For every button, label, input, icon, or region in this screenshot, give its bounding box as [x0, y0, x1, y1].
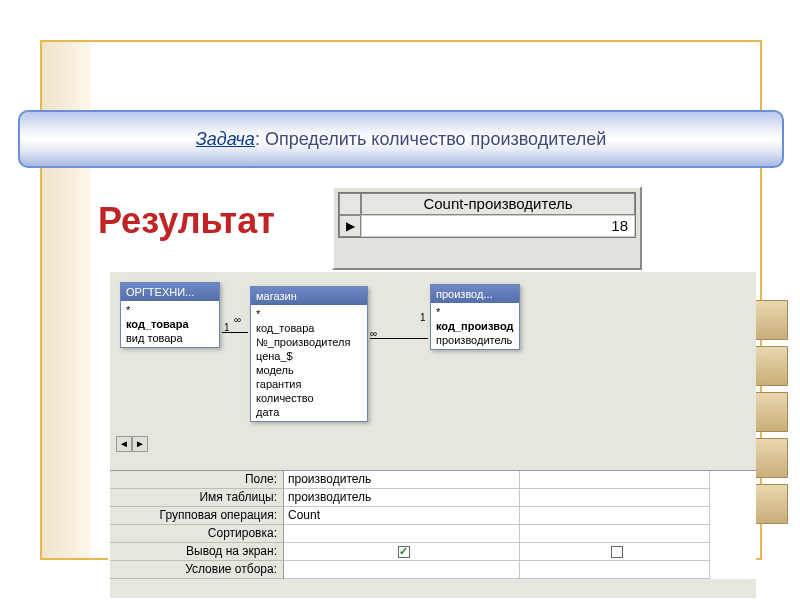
horizontal-scroll[interactable]: ◄ ►: [116, 436, 152, 452]
task-label: Задача: [196, 129, 255, 150]
field-n-proizvoditelya[interactable]: №_производителя: [251, 335, 367, 349]
field-model[interactable]: модель: [251, 363, 367, 377]
field-proizvoditel[interactable]: производитель: [431, 333, 519, 347]
task-banner: Задача : Определить количество производи…: [18, 110, 784, 168]
show-checkbox-2[interactable]: [611, 546, 623, 558]
grid-criteria-cell-1[interactable]: [284, 561, 520, 579]
table-proizvod[interactable]: производ... * код_производ производитель: [430, 284, 520, 350]
count-column-header[interactable]: Count-производитель: [361, 193, 635, 215]
relation-one-label: 1: [420, 312, 426, 323]
table-orgtechni[interactable]: ОРГТЕХНИ... * код_товара вид товара: [120, 282, 220, 348]
grid-sort-cell-2[interactable]: [520, 525, 710, 543]
result-heading: Результат: [98, 200, 275, 242]
table-fields: * код_товара вид товара: [121, 301, 219, 347]
field-star[interactable]: *: [121, 303, 219, 317]
tables-pane[interactable]: ОРГТЕХНИ... * код_товара вид товара 1 ∞ …: [110, 272, 756, 452]
field-vid-tovara[interactable]: вид товара: [121, 331, 219, 345]
grid-label-groupop: Групповая операция:: [110, 507, 284, 525]
field-kolichestvo[interactable]: количество: [251, 391, 367, 405]
table-title[interactable]: магазин: [251, 287, 367, 305]
count-grid: Count-производитель ▶ 18: [338, 192, 636, 238]
field-garantiya[interactable]: гарантия: [251, 377, 367, 391]
relation-line: [222, 332, 248, 333]
relation-line: [370, 338, 428, 339]
grid-label-table: Имя таблицы:: [110, 489, 284, 507]
table-fields: * код_производ производитель: [431, 303, 519, 349]
count-result-window: Count-производитель ▶ 18: [332, 186, 642, 270]
field-star[interactable]: *: [431, 305, 519, 319]
table-title[interactable]: производ...: [431, 285, 519, 303]
current-row-indicator[interactable]: ▶: [339, 215, 361, 237]
table-title[interactable]: ОРГТЕХНИ...: [121, 283, 219, 301]
field-kod-tovara[interactable]: код_товара: [121, 317, 219, 331]
grid-label-sort: Сортировка:: [110, 525, 284, 543]
query-design-area: ОРГТЕХНИ... * код_товара вид товара 1 ∞ …: [108, 270, 756, 598]
show-checkbox-1[interactable]: ✓: [398, 546, 410, 558]
count-value-cell[interactable]: 18: [361, 215, 635, 237]
task-text: : Определить количество производителей: [255, 129, 606, 150]
field-kod-tovara[interactable]: код_товара: [251, 321, 367, 335]
grid-label-show: Вывод на экран:: [110, 543, 284, 561]
grid-sort-cell-1[interactable]: [284, 525, 520, 543]
grid-groupop-cell-2[interactable]: [520, 507, 710, 525]
scroll-left-button[interactable]: ◄: [116, 436, 132, 452]
grid-groupop-cell-1[interactable]: Count: [284, 507, 520, 525]
relation-many-label: ∞: [234, 314, 241, 325]
qbe-grid: Поле: производитель Имя таблицы: произво…: [110, 470, 756, 579]
row-selector-header[interactable]: [339, 193, 361, 215]
grid-field-cell-2[interactable]: [520, 471, 710, 489]
field-data[interactable]: дата: [251, 405, 367, 419]
field-star[interactable]: *: [251, 307, 367, 321]
scroll-right-button[interactable]: ►: [132, 436, 148, 452]
field-kod-proizvod[interactable]: код_производ: [431, 319, 519, 333]
table-fields: * код_товара №_производителя цена_$ моде…: [251, 305, 367, 421]
grid-field-cell-1[interactable]: производитель: [284, 471, 520, 489]
grid-table-cell-2[interactable]: [520, 489, 710, 507]
grid-table-cell-1[interactable]: производитель: [284, 489, 520, 507]
table-magazin[interactable]: магазин * код_товара №_производителя цен…: [250, 286, 368, 422]
field-cena[interactable]: цена_$: [251, 349, 367, 363]
grid-label-criteria: Условие отбора:: [110, 561, 284, 579]
grid-show-cell-1[interactable]: ✓: [284, 543, 520, 561]
grid-show-cell-2[interactable]: [520, 543, 710, 561]
grid-label-field: Поле:: [110, 471, 284, 489]
grid-criteria-cell-2[interactable]: [520, 561, 710, 579]
